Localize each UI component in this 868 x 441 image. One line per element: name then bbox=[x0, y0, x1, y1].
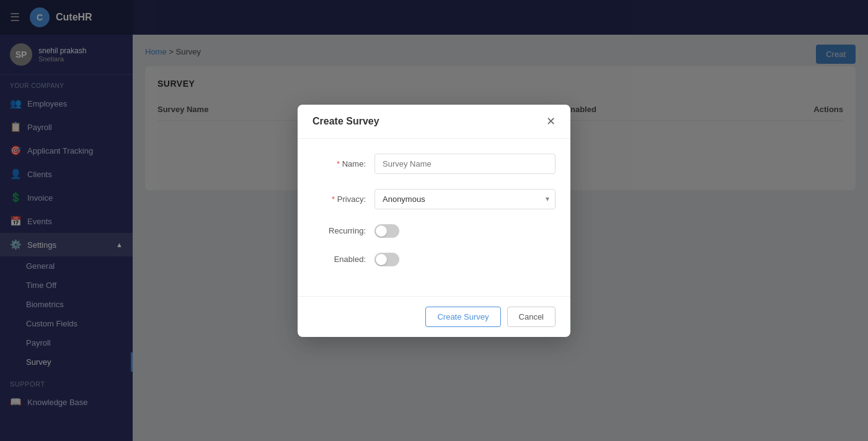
enabled-field-row: Enabled: bbox=[312, 253, 556, 266]
create-survey-button[interactable]: Create Survey bbox=[425, 307, 500, 327]
privacy-required-star: * bbox=[332, 194, 335, 204]
recurring-toggle[interactable] bbox=[374, 224, 399, 238]
modal-overlay: Create Survey ✕ * Name: * Privacy: bbox=[0, 0, 868, 441]
recurring-label: Recurring: bbox=[312, 226, 374, 235]
enabled-toggle-wrapper bbox=[374, 253, 399, 266]
modal-body: * Name: * Privacy: Anonymous Public Priv… bbox=[298, 139, 570, 296]
create-survey-modal: Create Survey ✕ * Name: * Privacy: bbox=[298, 105, 570, 337]
privacy-label: * Privacy: bbox=[312, 194, 374, 204]
cancel-button[interactable]: Cancel bbox=[507, 307, 556, 327]
enabled-toggle[interactable] bbox=[374, 253, 399, 266]
privacy-select-wrapper: Anonymous Public Private ▾ bbox=[374, 189, 556, 209]
recurring-toggle-wrapper bbox=[374, 224, 399, 238]
enabled-label: Enabled: bbox=[312, 255, 374, 264]
survey-name-input[interactable] bbox=[374, 154, 556, 174]
privacy-select[interactable]: Anonymous Public Private bbox=[374, 189, 556, 209]
privacy-field-row: * Privacy: Anonymous Public Private ▾ bbox=[312, 189, 556, 209]
name-label: * Name: bbox=[312, 159, 374, 168]
name-required-star: * bbox=[337, 159, 340, 168]
name-field-row: * Name: bbox=[312, 154, 556, 174]
modal-footer: Create Survey Cancel bbox=[298, 296, 570, 337]
recurring-field-row: Recurring: bbox=[312, 224, 556, 238]
modal-header: Create Survey ✕ bbox=[298, 105, 570, 139]
modal-title: Create Survey bbox=[312, 116, 379, 127]
close-button[interactable]: ✕ bbox=[546, 116, 556, 127]
